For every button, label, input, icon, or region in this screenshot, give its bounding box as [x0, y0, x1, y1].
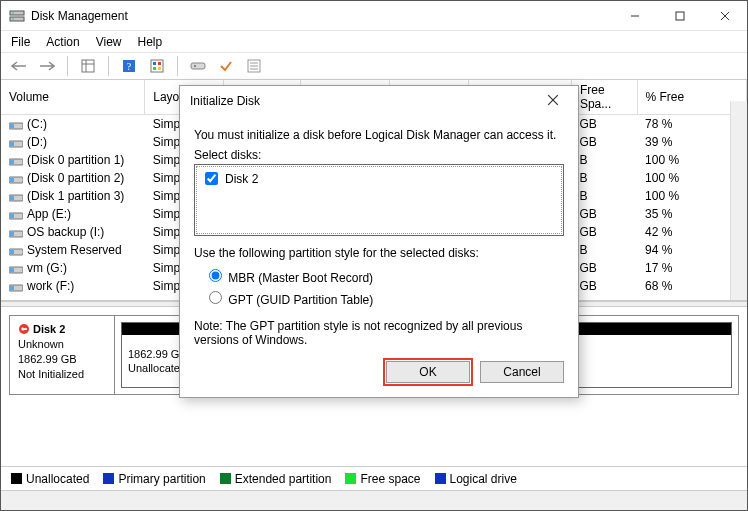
- select-disks-label: Select disks:: [194, 148, 564, 162]
- table-cell: GB: [571, 259, 637, 277]
- status-bar: [1, 490, 747, 510]
- table-cell: GB: [571, 277, 637, 295]
- svg-rect-1: [10, 17, 24, 21]
- volume-name-cell: work (F:): [1, 277, 145, 295]
- help-button[interactable]: ?: [117, 55, 141, 77]
- gpt-label: GPT (GUID Partition Table): [228, 293, 373, 307]
- svg-rect-39: [10, 250, 14, 254]
- list-button[interactable]: [242, 55, 266, 77]
- minimize-button[interactable]: [612, 1, 657, 30]
- vertical-scrollbar[interactable]: [730, 101, 747, 300]
- svg-rect-31: [10, 178, 14, 182]
- svg-rect-33: [10, 196, 14, 200]
- legend-item: Primary partition: [103, 472, 205, 486]
- volume-icon: [9, 120, 23, 130]
- properties-button[interactable]: [186, 55, 210, 77]
- mbr-radio[interactable]: [209, 269, 222, 282]
- volume-icon: [9, 210, 23, 220]
- volume-name-cell: (C:): [1, 115, 145, 134]
- cancel-button[interactable]: Cancel: [480, 361, 564, 383]
- titlebar: Disk Management: [1, 1, 747, 31]
- volume-icon: [9, 282, 23, 292]
- volume-name-cell: (D:): [1, 133, 145, 151]
- svg-rect-35: [10, 214, 14, 218]
- svg-rect-15: [158, 62, 161, 65]
- gpt-radio[interactable]: [209, 291, 222, 304]
- dialog-title: Initialize Disk: [190, 94, 538, 108]
- legend-swatch: [345, 473, 356, 484]
- back-button[interactable]: [7, 55, 31, 77]
- gpt-option[interactable]: GPT (GUID Partition Table): [204, 288, 564, 307]
- legend-item: Unallocated: [11, 472, 89, 486]
- partition-style-group: MBR (Master Boot Record) GPT (GUID Parti…: [204, 266, 564, 307]
- legend-swatch: [435, 473, 446, 484]
- legend-swatch: [103, 473, 114, 484]
- disk-checkbox-item[interactable]: Disk 2: [201, 169, 557, 188]
- refresh-button[interactable]: [145, 55, 169, 77]
- disk-label: Disk 2 Unknown 1862.99 GB Not Initialize…: [10, 316, 115, 394]
- volume-name-cell: vm (G:): [1, 259, 145, 277]
- volume-icon: [9, 192, 23, 202]
- volume-icon: [9, 174, 23, 184]
- column-header[interactable]: Free Spa...: [571, 80, 637, 115]
- menu-file[interactable]: File: [11, 35, 30, 49]
- table-cell: B: [571, 169, 637, 187]
- svg-rect-14: [153, 62, 156, 65]
- dialog-intro-text: You must initialize a disk before Logica…: [194, 128, 564, 142]
- table-cell: GB: [571, 223, 637, 241]
- svg-rect-43: [10, 286, 14, 290]
- table-cell: GB: [571, 115, 637, 134]
- toolbar: ?: [1, 52, 747, 80]
- disk-selection-list[interactable]: Disk 2: [194, 164, 564, 236]
- ok-check-icon[interactable]: [214, 55, 238, 77]
- volume-icon: [9, 246, 23, 256]
- volume-name-cell: App (E:): [1, 205, 145, 223]
- window-title: Disk Management: [31, 9, 612, 23]
- gpt-note: Note: The GPT partition style is not rec…: [194, 319, 564, 347]
- volume-icon: [9, 156, 23, 166]
- dialog-buttons: OK Cancel: [194, 361, 564, 383]
- table-cell: GB: [571, 205, 637, 223]
- forward-button[interactable]: [35, 55, 59, 77]
- menu-action[interactable]: Action: [46, 35, 79, 49]
- disk2-checkbox[interactable]: [205, 172, 218, 185]
- svg-rect-16: [153, 67, 156, 70]
- mbr-option[interactable]: MBR (Master Boot Record): [204, 266, 564, 285]
- app-icon: [9, 8, 25, 24]
- svg-point-2: [12, 12, 14, 14]
- close-button[interactable]: [702, 1, 747, 30]
- svg-rect-27: [10, 142, 14, 146]
- table-cell: B: [571, 187, 637, 205]
- dialog-close-button[interactable]: [538, 93, 568, 109]
- menu-view[interactable]: View: [96, 35, 122, 49]
- svg-point-3: [12, 18, 14, 20]
- svg-rect-29: [10, 160, 14, 164]
- maximize-button[interactable]: [657, 1, 702, 30]
- volume-name-cell: System Reserved: [1, 241, 145, 259]
- partition-style-label: Use the following partition style for th…: [194, 246, 564, 260]
- legend-item: Logical drive: [435, 472, 517, 486]
- disk-name: Disk 2: [33, 323, 65, 335]
- legend-item: Extended partition: [220, 472, 332, 486]
- mbr-label: MBR (Master Boot Record): [228, 271, 373, 285]
- table-cell: B: [571, 241, 637, 259]
- svg-rect-17: [158, 67, 161, 70]
- svg-rect-5: [676, 12, 684, 20]
- svg-rect-18: [191, 63, 205, 69]
- volume-icon: [9, 264, 23, 274]
- volume-name-cell: (Disk 0 partition 2): [1, 169, 145, 187]
- menu-help[interactable]: Help: [138, 35, 163, 49]
- dialog-titlebar: Initialize Disk: [180, 86, 578, 116]
- legend-item: Free space: [345, 472, 420, 486]
- svg-text:?: ?: [127, 61, 132, 72]
- legend: UnallocatedPrimary partitionExtended par…: [1, 466, 747, 490]
- volume-icon: [9, 228, 23, 238]
- error-icon: [18, 323, 30, 335]
- svg-rect-0: [10, 11, 24, 15]
- ok-button[interactable]: OK: [386, 361, 470, 383]
- view-grid-button[interactable]: [76, 55, 100, 77]
- disk-status: Unknown: [18, 338, 64, 350]
- volume-name-cell: OS backup (I:): [1, 223, 145, 241]
- disk2-label: Disk 2: [225, 172, 258, 186]
- column-header[interactable]: Volume: [1, 80, 145, 115]
